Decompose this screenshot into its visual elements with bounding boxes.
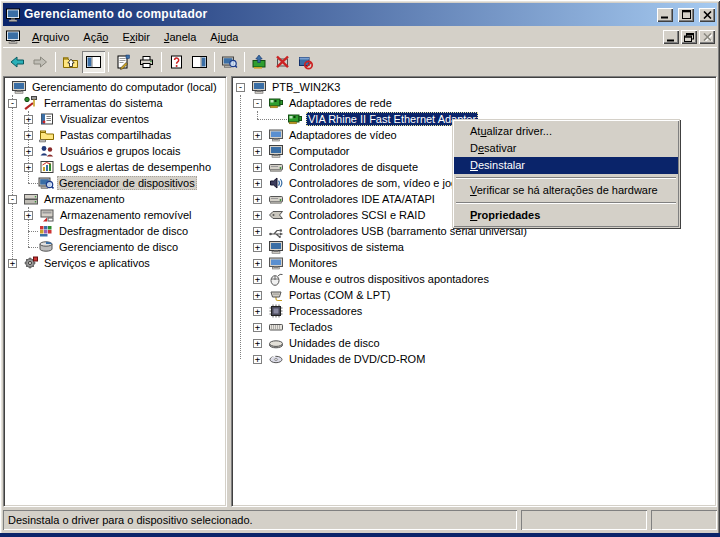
- expand-icon[interactable]: +: [253, 275, 262, 284]
- expand-icon[interactable]: +: [24, 131, 33, 140]
- collapse-icon[interactable]: -: [8, 99, 17, 108]
- tree-item-mouse-apontadores[interactable]: + Mouse e outros dispositivos apontadore…: [232, 271, 716, 287]
- tree-item-usuarios-e-grupos-locais[interactable]: + Usuários e grupos locais: [4, 143, 226, 159]
- tree-item-computer-management-local[interactable]: Gerenciamento do computador (local): [4, 79, 226, 95]
- update-driver-button[interactable]: [248, 51, 271, 73]
- tree-item-servicos-e-aplicativos[interactable]: + Serviços e aplicativos: [4, 255, 226, 271]
- tree-item-armazenamento[interactable]: - Armazenamento: [4, 191, 226, 207]
- back-button[interactable]: [6, 51, 29, 73]
- tree-item-teclados[interactable]: + Teclados: [232, 319, 716, 335]
- expand-icon[interactable]: +: [253, 195, 262, 204]
- expand-icon[interactable]: +: [253, 147, 262, 156]
- menu-item-desativar[interactable]: Desativar: [454, 140, 678, 157]
- menu-exibir[interactable]: Exibir: [115, 29, 157, 46]
- tree-item-unidades-dvd-cdrom[interactable]: + Unidades de DVD/CD-ROM: [232, 351, 716, 367]
- tree-item-visualizar-eventos[interactable]: + Visualizar eventos: [4, 111, 226, 127]
- storage-icon: [23, 191, 39, 207]
- sound-controller-icon: [268, 175, 284, 191]
- show-hide-action-pane-button[interactable]: [188, 51, 211, 73]
- mdi-restore-button[interactable]: [681, 30, 697, 44]
- tree-item-dispositivos-de-sistema[interactable]: + Dispositivos de sistema: [232, 239, 716, 255]
- title-bar[interactable]: Gerenciamento do computador: [3, 3, 717, 26]
- computer-icon: [251, 79, 267, 95]
- mdi-minimize-button[interactable]: [663, 30, 679, 44]
- expand-icon[interactable]: +: [253, 227, 262, 236]
- tree-item-label: Gerenciamento de disco: [57, 240, 180, 254]
- uninstall-device-button[interactable]: [294, 51, 317, 73]
- expand-icon[interactable]: +: [253, 307, 262, 316]
- monitor-icon: [268, 255, 284, 271]
- device-manager-scan-button[interactable]: [218, 51, 241, 73]
- computer-management-window: Gerenciamento do computador Arquivo Ação…: [0, 0, 720, 537]
- expand-icon[interactable]: +: [253, 323, 262, 332]
- menu-acao[interactable]: Ação: [76, 29, 115, 46]
- disable-device-button[interactable]: [271, 51, 294, 73]
- tree-item-ferramentas-do-sistema[interactable]: - Ferramentas do sistema: [4, 95, 226, 111]
- toolbar: [3, 47, 717, 75]
- up-folder-icon: [62, 54, 79, 70]
- menu-item-atualizar-driver[interactable]: Atualizar driver...: [454, 123, 678, 140]
- collapse-icon[interactable]: -: [8, 195, 17, 204]
- help-button[interactable]: [165, 51, 188, 73]
- tree-item-gerenciador-de-dispositivos[interactable]: Gerenciador de dispositivos: [4, 175, 226, 191]
- tree-item-ptb-win2k3[interactable]: - PTB_WIN2K3: [232, 79, 716, 95]
- menu-ajuda[interactable]: Ajuda: [203, 29, 245, 46]
- expand-icon[interactable]: +: [253, 179, 262, 188]
- minimize-button[interactable]: [657, 8, 673, 22]
- expand-icon[interactable]: +: [253, 131, 262, 140]
- menu-item-propriedades[interactable]: Propriedades: [454, 207, 678, 224]
- tree-item-logs-e-alertas[interactable]: + Logs e alertas de desempenho: [4, 159, 226, 175]
- console-tree-icon: [85, 54, 102, 70]
- expand-icon[interactable]: +: [24, 115, 33, 124]
- desktop-edge: [0, 533, 720, 537]
- expand-icon[interactable]: +: [253, 355, 262, 364]
- menu-item-desinstalar[interactable]: Desinstalar: [454, 157, 678, 174]
- console-tree-panel: Gerenciamento do computador (local) - Fe…: [3, 76, 227, 507]
- tree-item-gerenciamento-de-disco[interactable]: Gerenciamento de disco: [4, 239, 226, 255]
- video-adapter-icon: [268, 127, 284, 143]
- expand-icon[interactable]: +: [24, 211, 33, 220]
- menu-separator: [456, 177, 676, 179]
- tree-item-label: Armazenamento removível: [58, 208, 193, 222]
- uninstall-icon: [297, 54, 314, 70]
- tree-item-label: Mouse e outros dispositivos apontadores: [287, 272, 491, 286]
- expand-icon[interactable]: +: [253, 163, 262, 172]
- collapse-icon[interactable]: -: [236, 83, 245, 92]
- expand-icon[interactable]: +: [8, 259, 17, 268]
- cdrom-drive-icon: [268, 351, 284, 367]
- expand-icon[interactable]: +: [253, 259, 262, 268]
- toolbar-separator: [244, 52, 245, 72]
- close-button[interactable]: [699, 8, 715, 22]
- expand-icon[interactable]: +: [24, 163, 33, 172]
- properties-button[interactable]: [112, 51, 135, 73]
- device-manager-icon: [38, 175, 54, 191]
- show-hide-console-tree-button[interactable]: [82, 51, 105, 73]
- expand-icon[interactable]: +: [253, 243, 262, 252]
- tree-item-portas-com-lpt[interactable]: + Portas (COM & LPT): [232, 287, 716, 303]
- tree-item-processadores[interactable]: + Processadores: [232, 303, 716, 319]
- menu-janela[interactable]: Janela: [157, 29, 203, 46]
- tree-item-monitores[interactable]: + Monitores: [232, 255, 716, 271]
- status-panel-2: [521, 510, 647, 530]
- expand-icon[interactable]: +: [253, 339, 262, 348]
- tree-item-label: Controladores SCSI e RAID: [287, 208, 427, 222]
- menu-item-verificar-alteracoes-hardware[interactable]: Verificar se há alterações de hardware: [454, 182, 678, 199]
- tree-item-adaptadores-de-rede[interactable]: - Adaptadores de rede: [232, 95, 716, 111]
- print-button[interactable]: [135, 51, 158, 73]
- removable-storage-icon: [39, 207, 55, 223]
- tree-item-armazenamento-removivel[interactable]: + Armazenamento removível: [4, 207, 226, 223]
- tree-item-pastas-compartilhadas[interactable]: + Pastas compartilhadas: [4, 127, 226, 143]
- collapse-icon[interactable]: -: [253, 99, 262, 108]
- expand-icon[interactable]: +: [24, 147, 33, 156]
- expand-icon[interactable]: +: [253, 291, 262, 300]
- menu-arquivo[interactable]: Arquivo: [25, 29, 76, 46]
- tree-item-desfragmentador-de-disco[interactable]: Desfragmentador de disco: [4, 223, 226, 239]
- maximize-button[interactable]: [678, 8, 694, 22]
- toolbar-separator: [108, 52, 109, 72]
- expand-icon[interactable]: +: [253, 211, 262, 220]
- tree-item-unidades-de-disco[interactable]: + Unidades de disco: [232, 335, 716, 351]
- tree-item-label: Computador: [287, 144, 352, 158]
- up-one-level-button[interactable]: [59, 51, 82, 73]
- event-viewer-icon: [39, 111, 55, 127]
- console-window-icon[interactable]: [5, 29, 21, 45]
